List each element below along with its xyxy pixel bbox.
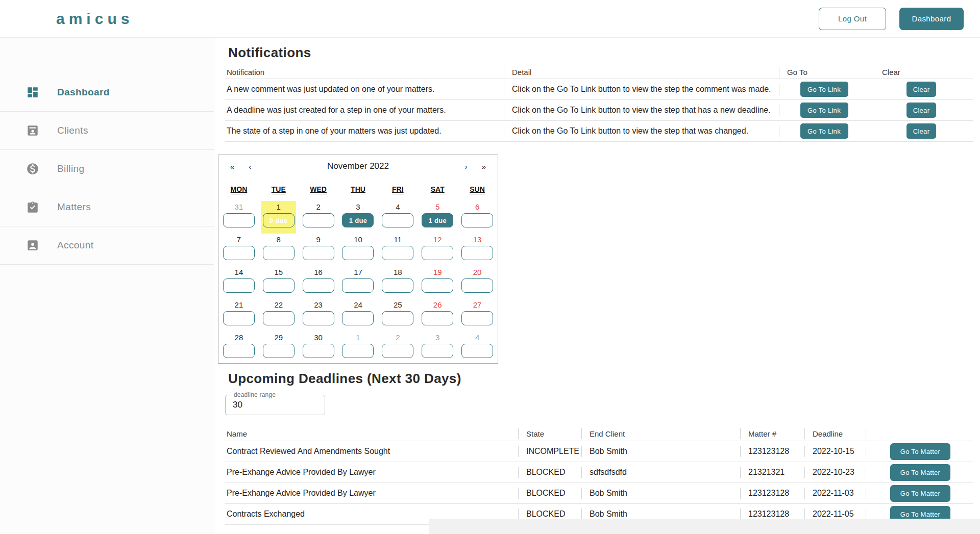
- calendar-day-number: 22: [274, 300, 283, 310]
- calendar-day-button[interactable]: [303, 213, 334, 227]
- calendar-day-number: 9: [316, 235, 320, 245]
- calendar-day-button[interactable]: [303, 278, 334, 293]
- calendar-day-button[interactable]: [461, 246, 493, 260]
- col-header-deadline: Deadline: [804, 426, 866, 441]
- calendar-day-cell: 13: [457, 234, 497, 266]
- col-header-name: Name: [225, 426, 518, 441]
- calendar-day-button[interactable]: [223, 278, 255, 293]
- sidebar: Dashboard Clients Billing Matters Accoun…: [0, 38, 214, 534]
- calendar: « ‹ November 2022 › » MONTUEWEDTHUFRISAT…: [218, 155, 498, 364]
- calendar-day-button[interactable]: 1 due: [422, 213, 453, 227]
- go-to-link-button[interactable]: Go To Link: [800, 82, 848, 97]
- calendar-day-button[interactable]: [342, 278, 374, 293]
- calendar-day-cell: 4: [378, 201, 418, 234]
- calendar-day-button[interactable]: [382, 213, 413, 227]
- calendar-day-button[interactable]: [422, 278, 453, 293]
- notification-detail: Click on the Go To Link button to view t…: [504, 121, 779, 141]
- calendar-day-button[interactable]: [342, 344, 374, 358]
- calendar-day-button[interactable]: [342, 246, 374, 260]
- calendar-day-button[interactable]: [263, 311, 295, 325]
- clear-button[interactable]: Clear: [906, 103, 936, 118]
- col-header-notification: Notification: [225, 66, 504, 79]
- calendar-first-icon[interactable]: «: [230, 162, 234, 171]
- calendar-day-button[interactable]: [263, 344, 295, 358]
- calendar-day-number: 31: [235, 202, 243, 212]
- calendar-day-button[interactable]: [303, 311, 334, 325]
- deadline-range-input[interactable]: deadline range 30: [225, 395, 325, 415]
- dashboard-button[interactable]: Dashboard: [899, 8, 964, 30]
- sidebar-item-clients[interactable]: Clients: [0, 112, 214, 150]
- deadlines-table: Name State End Client Matter # Deadline …: [225, 426, 973, 525]
- calendar-day-button[interactable]: [382, 246, 413, 260]
- calendar-day-button[interactable]: [382, 344, 413, 358]
- calendar-day-button[interactable]: [223, 246, 255, 260]
- calendar-day-button[interactable]: [422, 246, 453, 260]
- calendar-dayname-fri: FRI: [392, 185, 404, 194]
- calendar-day-number: 8: [277, 235, 281, 245]
- calendar-day-button[interactable]: [303, 344, 334, 358]
- calendar-day-button[interactable]: [461, 278, 493, 293]
- calendar-dayname-sat: SAT: [431, 185, 445, 194]
- calendar-day-button[interactable]: [223, 311, 255, 325]
- calendar-day-number: 11: [394, 235, 402, 245]
- logout-button[interactable]: Log Out: [819, 8, 886, 30]
- sidebar-item-billing[interactable]: Billing: [0, 150, 214, 188]
- calendar-last-icon[interactable]: »: [482, 162, 486, 171]
- notification-row: A new comment was just updated on one of…: [225, 79, 973, 100]
- calendar-day-button[interactable]: [263, 278, 295, 293]
- account-icon: [26, 239, 39, 252]
- calendar-day-number: 6: [475, 202, 479, 212]
- billing-icon: [26, 162, 39, 175]
- calendar-day-button[interactable]: [342, 311, 374, 325]
- calendar-day-cell: 30: [299, 332, 338, 364]
- calendar-dayname-tue: TUE: [272, 185, 286, 194]
- calendar-week-row: 31 1 0 due 2 3 1 due 4 5 1 due 6: [219, 201, 497, 234]
- calendar-week-row: 14 15 16 17 18 19 20: [219, 266, 497, 299]
- calendar-day-button[interactable]: [461, 311, 493, 325]
- calendar-day-button[interactable]: [422, 344, 453, 358]
- calendar-day-button[interactable]: [461, 344, 493, 358]
- calendar-day-number: 20: [473, 267, 482, 277]
- calendar-day-cell: 15: [259, 266, 299, 299]
- calendar-day-number: 7: [237, 235, 241, 245]
- deadline-state: BLOCKED: [518, 483, 581, 503]
- go-to-link-button[interactable]: Go To Link: [800, 123, 848, 139]
- calendar-day-button[interactable]: [263, 246, 295, 260]
- clear-button[interactable]: Clear: [906, 82, 936, 97]
- go-to-matter-button[interactable]: Go To Matter: [890, 464, 950, 481]
- calendar-day-button[interactable]: 0 due: [263, 213, 295, 227]
- deadline-state: BLOCKED: [518, 462, 581, 482]
- sidebar-item-dashboard[interactable]: Dashboard: [0, 73, 214, 112]
- calendar-day-cell: 31: [219, 201, 259, 234]
- calendar-day-button[interactable]: [461, 213, 493, 227]
- calendar-day-number: 3: [356, 202, 360, 212]
- calendar-day-button[interactable]: [382, 311, 413, 325]
- calendar-day-cell: 1 0 due: [259, 201, 299, 234]
- calendar-day-number: 3: [435, 333, 439, 343]
- calendar-day-button[interactable]: [223, 344, 255, 358]
- calendar-day-number: 2: [316, 202, 320, 212]
- calendar-day-number: 4: [396, 202, 400, 212]
- deadline-matter-number: 21321321: [740, 462, 804, 482]
- sidebar-item-matters[interactable]: Matters: [0, 188, 214, 226]
- col-header-state: State: [518, 426, 581, 441]
- sidebar-item-account[interactable]: Account: [0, 226, 214, 265]
- calendar-day-button[interactable]: 1 due: [342, 213, 374, 227]
- notifications-title: Notifications: [228, 45, 973, 61]
- calendar-day-button[interactable]: [223, 213, 255, 227]
- col-header-goto: Go To: [779, 66, 868, 79]
- calendar-day-number: 27: [473, 300, 482, 310]
- calendar-day-button[interactable]: [303, 246, 334, 260]
- calendar-day-cell: 2: [299, 201, 338, 234]
- calendar-day-button[interactable]: [382, 278, 413, 293]
- go-to-matter-button[interactable]: Go To Matter: [890, 485, 950, 502]
- go-to-link-button[interactable]: Go To Link: [800, 103, 848, 118]
- go-to-matter-button[interactable]: Go To Matter: [890, 443, 950, 460]
- clear-button[interactable]: Clear: [906, 123, 936, 139]
- calendar-day-number: 15: [274, 267, 283, 277]
- calendar-next-icon[interactable]: ›: [465, 162, 468, 171]
- col-header-action: [866, 426, 973, 441]
- calendar-day-button[interactable]: [422, 311, 453, 325]
- calendar-day-cell: 19: [418, 266, 457, 299]
- deadline-state: INCOMPLETE: [518, 441, 581, 462]
